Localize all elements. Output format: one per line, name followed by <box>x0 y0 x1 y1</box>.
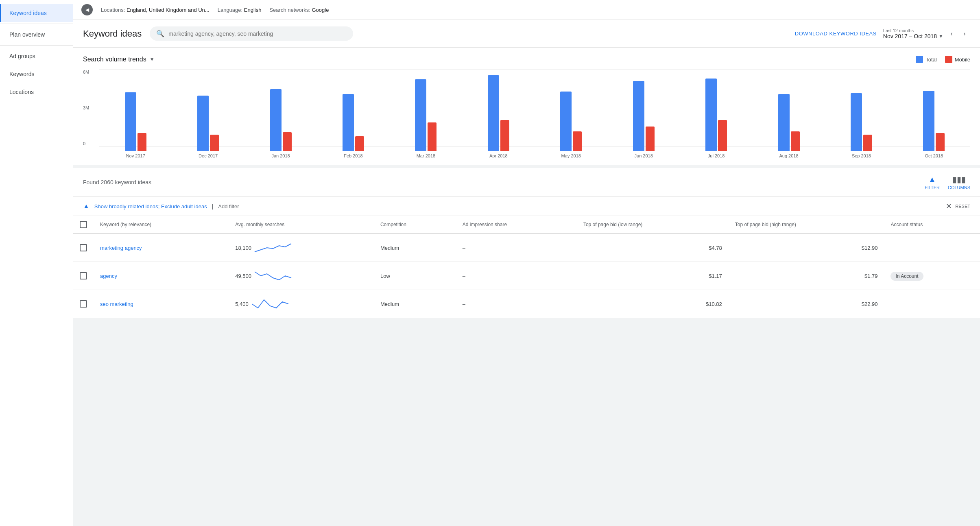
chart-dropdown-icon[interactable]: ▼ <box>150 57 155 62</box>
td-avg-monthly: 49,500 <box>229 262 374 290</box>
td-keyword: agency <box>94 262 229 290</box>
td-account-status: In Account <box>884 262 980 290</box>
sidebar-item-plan-overview[interactable]: Plan overview <box>0 26 73 44</box>
reset-filter-button[interactable]: RESET <box>955 204 970 209</box>
th-top-page-high: Top of page bid (high range) <box>729 216 884 234</box>
main-content: ◀ Locations: England, United Kingdom and… <box>73 0 980 526</box>
topbar-locations: Locations: England, United Kingdom and U… <box>101 7 210 13</box>
bar-group <box>390 79 462 151</box>
keywords-table: Keyword (by relevance) Avg. monthly sear… <box>73 216 980 318</box>
bars-row <box>99 70 970 151</box>
columns-button[interactable]: ▮▮▮ COLUMNS <box>948 175 970 190</box>
bar-mobile <box>646 127 655 151</box>
td-account-status <box>884 234 980 262</box>
legend-total: Total <box>916 56 936 63</box>
chart-legend: Total Mobile <box>916 56 970 63</box>
th-checkbox <box>73 216 94 234</box>
sidebar-item-keyword-ideas[interactable]: Keyword ideas <box>0 4 73 22</box>
table-body: marketing agency 18,100 Medium – $4.78 $… <box>73 234 980 318</box>
table-header-row: Keyword (by relevance) Avg. monthly sear… <box>73 216 980 234</box>
topbar-search-networks: Search networks: Google <box>269 7 329 13</box>
sparkline-1 <box>255 268 291 284</box>
bar-group <box>172 96 244 151</box>
bar-total <box>705 79 717 151</box>
keywords-actions: ▲ FILTER ▮▮▮ COLUMNS <box>925 175 970 190</box>
legend-total-label: Total <box>925 57 936 63</box>
keywords-count: Found 2060 keyword ideas <box>83 179 151 186</box>
x-label: Mar 2018 <box>390 153 462 158</box>
bar-total <box>488 75 499 151</box>
td-competition: Low <box>374 262 456 290</box>
close-filter-button[interactable]: ✕ <box>946 202 952 211</box>
trend-cell-0: 18,100 <box>235 240 367 256</box>
add-filter-button[interactable]: Add filter <box>218 203 239 210</box>
select-all-checkbox[interactable] <box>80 221 87 228</box>
date-range-value: Nov 2017 – Oct 2018 <box>883 33 937 39</box>
page-header: Keyword ideas 🔍 marketing agency, agency… <box>73 20 980 48</box>
td-checkbox <box>73 262 94 290</box>
sidebar-collapse-btn[interactable]: ◀ <box>81 4 93 15</box>
bar-total <box>851 93 862 151</box>
bar-mobile <box>936 133 945 151</box>
keyword-link-1[interactable]: agency <box>100 273 117 279</box>
sidebar-item-keywords[interactable]: Keywords <box>0 65 73 83</box>
filter-icon: ▲ <box>928 175 936 184</box>
th-account-status: Account status <box>884 216 980 234</box>
sparkline-2 <box>252 296 288 312</box>
date-next-button[interactable]: › <box>959 28 970 39</box>
sidebar-item-locations[interactable]: Locations <box>0 83 73 101</box>
page-title: Keyword ideas <box>83 28 142 39</box>
bar-total <box>633 81 644 151</box>
topbar-language: Language: English <box>218 7 262 13</box>
download-keyword-ideas-button[interactable]: DOWNLOAD KEYWORD IDEAS <box>795 31 877 37</box>
td-keyword: marketing agency <box>94 234 229 262</box>
th-avg-monthly: Avg. monthly searches <box>229 216 374 234</box>
filter-button[interactable]: ▲ FILTER <box>925 175 940 190</box>
search-input[interactable]: marketing agency, agency, seo marketing <box>168 31 347 37</box>
bar-total <box>125 92 136 151</box>
td-ad-impression: – <box>456 290 577 318</box>
keywords-section: Found 2060 keyword ideas ▲ FILTER ▮▮▮ CO… <box>73 168 980 318</box>
row-checkbox-2[interactable] <box>80 300 87 308</box>
sidebar-divider <box>0 45 73 46</box>
x-label: Jan 2018 <box>244 153 317 158</box>
trend-cell-1: 49,500 <box>235 268 367 284</box>
td-avg-monthly: 5,400 <box>229 290 374 318</box>
bar-group <box>535 92 607 151</box>
bar-mobile <box>791 131 800 151</box>
bar-total <box>560 92 572 151</box>
td-account-status <box>884 290 980 318</box>
row-checkbox-1[interactable] <box>80 272 87 279</box>
in-account-badge-1: In Account <box>891 272 923 281</box>
monthly-searches-1: 49,500 <box>235 273 251 279</box>
chevron-down-icon[interactable]: ▼ <box>939 33 943 39</box>
bar-group <box>244 89 317 151</box>
filter-text[interactable]: Show broadly related ideas; Exclude adul… <box>94 203 207 210</box>
legend-mobile-label: Mobile <box>955 57 970 63</box>
td-top-page-high: $1.79 <box>729 262 884 290</box>
top-bar: ◀ Locations: England, United Kingdom and… <box>73 0 980 20</box>
bar-group <box>753 94 825 151</box>
row-checkbox-0[interactable] <box>80 244 87 251</box>
header-right: DOWNLOAD KEYWORD IDEAS Last 12 months No… <box>795 28 970 39</box>
legend-mobile-swatch <box>945 56 952 63</box>
bar-group <box>462 75 535 151</box>
app-layout: Keyword ideasPlan overviewAd groupsKeywo… <box>0 0 980 526</box>
columns-icon: ▮▮▮ <box>952 175 966 184</box>
x-label: Sep 2018 <box>825 153 897 158</box>
sparkline-0 <box>255 240 291 256</box>
chart-title: Search volume trends <box>83 56 146 63</box>
date-prev-button[interactable]: ‹ <box>946 28 957 39</box>
keyword-link-0[interactable]: marketing agency <box>100 245 142 251</box>
filter-label: FILTER <box>925 185 940 190</box>
legend-total-swatch <box>916 56 923 63</box>
x-label: Jun 2018 <box>607 153 680 158</box>
keyword-link-2[interactable]: seo marketing <box>100 301 133 307</box>
monthly-searches-0: 18,100 <box>235 245 251 251</box>
x-axis-labels: Nov 2017Dec 2017Jan 2018Feb 2018Mar 2018… <box>99 153 970 158</box>
y-label-top: 6M <box>83 70 97 74</box>
td-avg-monthly: 18,100 <box>229 234 374 262</box>
td-top-page-low: $1.17 <box>577 262 729 290</box>
bar-mobile <box>283 132 292 151</box>
sidebar-item-ad-groups[interactable]: Ad groups <box>0 47 73 65</box>
